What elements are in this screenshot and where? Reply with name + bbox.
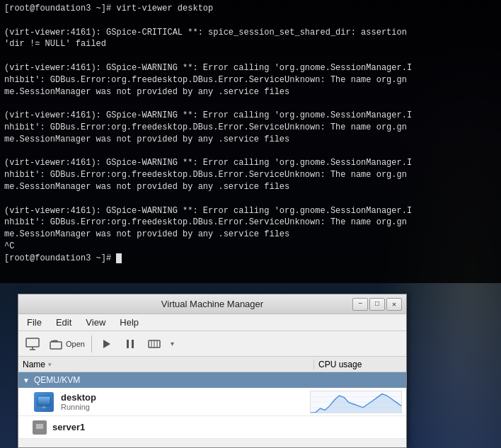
close-button[interactable]: ✕ bbox=[386, 298, 402, 311]
svg-rect-6 bbox=[127, 340, 129, 348]
maximize-button[interactable]: □ bbox=[369, 298, 385, 311]
name-column-header[interactable]: Name ▾ bbox=[18, 360, 314, 369]
vm-info-desktop: desktop Running bbox=[61, 392, 310, 411]
group-collapse-arrow-icon: ▼ bbox=[23, 377, 30, 384]
window-controls: − □ ✕ bbox=[352, 298, 402, 311]
power-icon bbox=[146, 336, 162, 352]
open-button[interactable]: Open bbox=[45, 334, 88, 354]
terminal-content: [root@foundation3 ~]# virt-viewer deskto… bbox=[4, 3, 497, 265]
terminal-window[interactable]: [root@foundation3 ~]# virt-viewer deskto… bbox=[0, 0, 501, 283]
svg-rect-21 bbox=[36, 424, 43, 429]
vm-status-desktop: Running bbox=[61, 403, 310, 411]
vm-row-second[interactable]: server1 bbox=[18, 416, 406, 439]
monitor-icon bbox=[25, 336, 40, 352]
svg-rect-13 bbox=[38, 396, 50, 406]
vm-name-second: server1 bbox=[52, 422, 85, 432]
pause-button[interactable] bbox=[119, 334, 142, 354]
svg-rect-4 bbox=[50, 342, 62, 349]
terminal-cursor bbox=[116, 253, 122, 263]
toolbar: Open bbox=[18, 331, 406, 357]
svg-marker-5 bbox=[103, 340, 110, 348]
toolbar-separator-1 bbox=[91, 335, 92, 352]
cpu-column-header[interactable]: CPU usage bbox=[314, 360, 406, 369]
group-label: QEMU/KVM bbox=[34, 375, 80, 385]
menu-view[interactable]: View bbox=[80, 316, 111, 329]
menu-bar: File Edit View Help bbox=[18, 314, 406, 331]
shutdown-button[interactable] bbox=[143, 334, 166, 354]
cpu-column-label: CPU usage bbox=[318, 360, 362, 369]
svg-rect-7 bbox=[132, 340, 134, 348]
menu-help[interactable]: Help bbox=[114, 316, 144, 329]
open-label: Open bbox=[66, 340, 85, 348]
menu-edit[interactable]: Edit bbox=[50, 316, 77, 329]
vm-icon-small bbox=[33, 420, 47, 435]
dropdown-arrow-icon: ▾ bbox=[171, 340, 174, 348]
vmm-window: Virtual Machine Manager − □ ✕ File Edit … bbox=[18, 294, 407, 448]
title-bar: Virtual Machine Manager − □ ✕ bbox=[18, 294, 406, 314]
name-column-label: Name bbox=[23, 360, 45, 369]
vm-list-area: Name ▾ CPU usage ▼ QEMU/KVM bbox=[18, 357, 406, 439]
vm-name-desktop: desktop bbox=[61, 392, 310, 403]
svg-rect-0 bbox=[26, 338, 39, 347]
vm-row-desktop[interactable]: desktop Running bbox=[18, 388, 406, 416]
sort-arrow-icon: ▾ bbox=[48, 361, 52, 368]
play-icon bbox=[98, 336, 114, 352]
create-vm-button[interactable] bbox=[21, 334, 44, 354]
vm-cpu-chart-desktop bbox=[310, 391, 402, 413]
qemu-kvm-group[interactable]: ▼ QEMU/KVM bbox=[18, 372, 406, 388]
desktop-icon bbox=[34, 392, 54, 412]
run-button[interactable] bbox=[95, 334, 117, 354]
menu-file[interactable]: File bbox=[21, 316, 47, 329]
window-title: Virtual Machine Manager bbox=[72, 299, 352, 309]
vm-icon-desktop bbox=[33, 391, 55, 413]
open-icon bbox=[49, 336, 64, 352]
minimize-button[interactable]: − bbox=[352, 298, 368, 311]
pause-icon bbox=[122, 336, 138, 352]
table-header: Name ▾ CPU usage bbox=[18, 357, 406, 372]
shutdown-dropdown[interactable]: ▾ bbox=[167, 334, 178, 354]
